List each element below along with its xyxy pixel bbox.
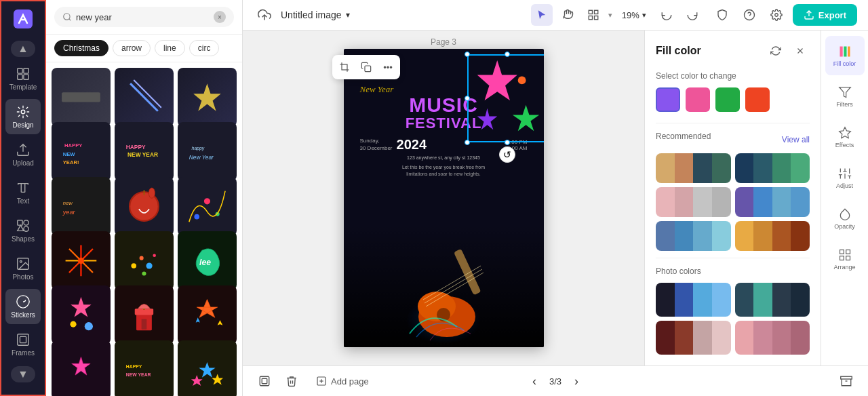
cursor-tool-button[interactable] <box>531 4 553 26</box>
filter-chip-arrow[interactable]: arrow <box>113 40 151 56</box>
sticker-item[interactable] <box>178 68 237 127</box>
color-swatch-green[interactable] <box>715 87 740 112</box>
selected-colors-row <box>656 87 810 112</box>
sidebar-item-template[interactable]: Template <box>5 61 41 96</box>
settings-icon <box>770 9 783 21</box>
canvas-wrapper[interactable]: Page 3 ••• <box>243 31 644 365</box>
sticker-item[interactable] <box>115 285 174 344</box>
settings-button[interactable] <box>766 4 787 26</box>
sidebar-item-stickers[interactable]: Stickers <box>5 289 41 324</box>
archive-button[interactable] <box>835 370 857 392</box>
right-sidebar-filters[interactable]: Filters <box>825 77 865 116</box>
next-page-button[interactable]: › <box>567 372 586 391</box>
sticker-item[interactable]: HAPPY NEW YEAR <box>115 340 174 396</box>
sticker-item[interactable] <box>52 340 111 396</box>
filter-chip-line[interactable]: line <box>155 40 185 56</box>
sidebar-item-shapes[interactable]: Shapes <box>5 213 41 248</box>
rotate-handle[interactable]: ↺ <box>499 146 515 163</box>
search-input-wrapper[interactable]: × <box>54 7 234 27</box>
view-all-link[interactable]: View all <box>782 135 810 144</box>
sidebar-item-design[interactable]: Design <box>5 99 41 134</box>
handle-bottom-left[interactable] <box>465 140 470 145</box>
redo-button[interactable] <box>682 4 703 26</box>
color-swatch-orange[interactable] <box>745 87 770 112</box>
sticker-item[interactable] <box>178 177 237 236</box>
sticker-item[interactable] <box>178 285 237 344</box>
grid-view-button[interactable] <box>583 4 604 26</box>
sticker-item[interactable] <box>52 285 111 344</box>
sidebar-item-frames[interactable]: Frames <box>5 327 41 362</box>
sticker-item[interactable] <box>178 340 237 396</box>
photo-palette[interactable] <box>656 321 731 355</box>
search-input[interactable] <box>76 12 210 22</box>
select-color-label: Select color to change <box>656 71 810 81</box>
duplicate-button[interactable] <box>357 58 376 77</box>
delete-page-button[interactable] <box>281 370 302 392</box>
refresh-button[interactable] <box>766 41 785 60</box>
right-sidebar-arrange[interactable]: Arrange <box>825 239 865 279</box>
thumbnail-icon <box>258 375 271 387</box>
prev-page-button[interactable]: ‹ <box>525 372 544 391</box>
search-clear-button[interactable]: × <box>214 11 226 23</box>
crop-button[interactable] <box>335 58 354 77</box>
sticker-item[interactable] <box>115 177 174 236</box>
more-options-button[interactable]: ••• <box>378 58 397 77</box>
svg-point-64 <box>744 10 754 20</box>
sticker-item[interactable]: HAPPY NEW YEAR <box>115 122 174 181</box>
right-sidebar-fill-color[interactable]: Fill color <box>825 36 865 75</box>
handle-bottom-middle[interactable] <box>505 140 510 145</box>
cloud-upload-button[interactable] <box>254 4 275 26</box>
photo-palette[interactable] <box>735 283 810 317</box>
undo-button[interactable] <box>656 4 677 26</box>
handle-top-middle[interactable] <box>505 52 510 57</box>
sticker-selection-overlay[interactable]: ↺ <box>467 54 544 142</box>
color-swatch-purple[interactable] <box>656 87 680 112</box>
sidebar-item-upload[interactable]: Upload <box>5 137 41 172</box>
sidebar-item-photos[interactable]: Photos <box>5 251 41 286</box>
palette-item[interactable] <box>735 153 810 183</box>
hand-tool-button[interactable] <box>557 4 578 26</box>
shield-button[interactable] <box>711 4 733 26</box>
archive-icon <box>840 375 852 387</box>
palette-item[interactable] <box>656 221 731 251</box>
page-thumbnail-button[interactable] <box>254 370 275 392</box>
filter-chip-christmas[interactable]: Christmas <box>54 40 108 56</box>
sticker-item[interactable] <box>52 231 111 290</box>
document-title[interactable]: Untitled image ▾ <box>281 9 350 20</box>
app-logo[interactable] <box>11 7 35 31</box>
effects-icon <box>838 126 852 140</box>
filter-chip-circ[interactable]: circ <box>189 40 220 56</box>
handle-top-left[interactable] <box>465 52 470 57</box>
svg-rect-100 <box>260 376 269 386</box>
add-page-button[interactable]: Add page <box>308 370 377 392</box>
photo-palette[interactable] <box>656 283 731 317</box>
sticker-item[interactable]: happy New Year <box>178 122 237 181</box>
palette-item[interactable] <box>656 153 731 183</box>
right-sidebar-opacity[interactable]: Opacity <box>825 199 865 238</box>
right-sidebar-effects[interactable]: Effects <box>825 117 865 157</box>
sidebar-item-text[interactable]: Text <box>5 175 41 210</box>
zoom-control[interactable]: 19% ▾ <box>616 7 652 23</box>
close-panel-button[interactable] <box>791 41 810 60</box>
right-sidebar-adjust[interactable]: Adjust <box>825 158 865 197</box>
color-swatch-pink[interactable] <box>686 87 710 112</box>
palette-item[interactable] <box>735 187 810 217</box>
divider-2 <box>656 258 810 258</box>
handle-left-middle[interactable] <box>465 96 470 101</box>
svg-line-15 <box>130 83 158 111</box>
palette-item[interactable] <box>656 187 731 217</box>
palette-item[interactable] <box>735 221 810 251</box>
photo-palette[interactable] <box>735 321 810 355</box>
sticker-item[interactable]: new year <box>52 177 111 236</box>
sticker-item[interactable] <box>115 68 174 127</box>
help-button[interactable] <box>738 4 760 26</box>
export-button[interactable]: Export <box>793 4 857 26</box>
bottom-toolbar: Add page ‹ 3/3 › <box>243 365 868 396</box>
sticker-item[interactable] <box>115 231 174 290</box>
sidebar-scroll-up[interactable]: ▲ <box>11 41 35 57</box>
sticker-item[interactable]: lee <box>178 231 237 290</box>
sticker-item[interactable]: HAPPY NEW YEAR! <box>52 122 111 181</box>
search-panel: × Christmas arrow line circ <box>46 0 243 396</box>
sticker-item[interactable] <box>52 68 111 127</box>
sidebar-scroll-down[interactable]: ▼ <box>11 366 35 382</box>
